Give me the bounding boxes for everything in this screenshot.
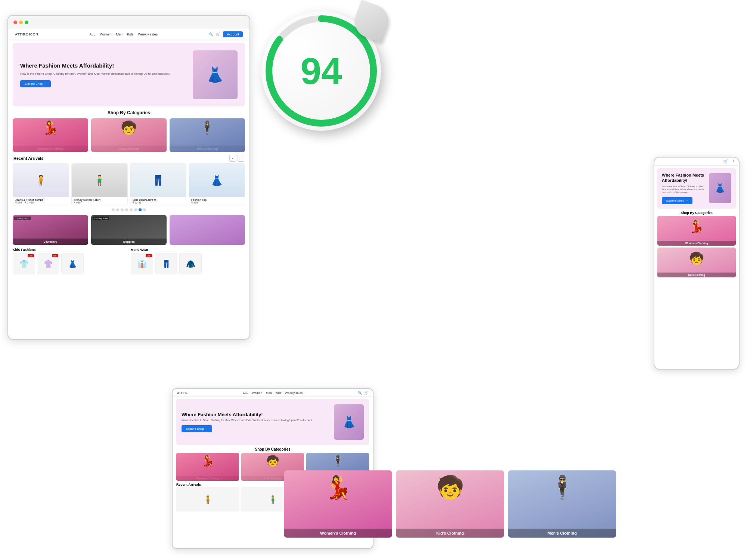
kids-prod-img-1: Sale! 👕	[13, 253, 35, 274]
kids-section: Kids Fashions Sale! 👕 Sale! 👚 👗	[13, 248, 127, 274]
search-icon[interactable]: 🔍	[209, 32, 213, 36]
cart-icon[interactable]: 🛒	[216, 32, 220, 36]
product-card-4[interactable]: 👗 Fashion Top ₹ 999	[189, 163, 245, 206]
nav-women[interactable]: Women	[100, 32, 112, 36]
bottom-sections: Kids Fashions Sale! 👕 Sale! 👚 👗	[8, 246, 249, 276]
mobile-cat-kids[interactable]: 🧒 Kids Clothing	[657, 248, 736, 277]
nav-all[interactable]: ALL	[90, 32, 96, 36]
mobile-kids-figure: 🧒	[689, 251, 704, 265]
minimize-dot[interactable]	[19, 21, 23, 24]
large-cat-men[interactable]: 🕴️ Men's Clothing	[508, 470, 616, 538]
large-women-label: Women's Clothing	[284, 529, 392, 538]
dot-5[interactable]	[130, 208, 133, 211]
category-kids[interactable]: 🧒 Kid's Clothing	[91, 118, 167, 152]
kids-prod-2[interactable]: Sale! 👚	[37, 253, 59, 274]
tab-nav-kids[interactable]: Kids	[275, 391, 281, 395]
large-cat-women[interactable]: 💃 Women's Clothing	[284, 470, 392, 538]
explore-button[interactable]: Explore Shop →	[20, 80, 51, 87]
large-kids-label: Kid's Clothing	[396, 529, 504, 538]
tab-nav-weekly[interactable]: Weekly sales	[285, 391, 303, 395]
category-women[interactable]: 💃 Women's Clothing	[13, 118, 88, 152]
product-img-3: 👖	[130, 164, 186, 197]
tablet-categories-title: Shop By Categories	[173, 447, 373, 451]
tablet-nav-icons: 🔍 🛒	[358, 391, 368, 395]
mobile-women-label: Women's Clothing	[657, 241, 736, 246]
nav-men[interactable]: Men	[116, 32, 123, 36]
large-women-figure: 💃	[324, 474, 352, 501]
mens-products: Sale! 👔 👖 🧥	[131, 253, 245, 274]
product-card-3[interactable]: 👖 Blue Denim-slim fit ₹ 1,499	[130, 163, 186, 206]
tablet-prod-1[interactable]: 🧍	[176, 487, 239, 511]
mens-prod-2[interactable]: 👖	[155, 253, 177, 274]
close-dot[interactable]	[13, 21, 17, 24]
mens-prod-img-1: Sale! 👔	[131, 253, 153, 274]
tablet-explore-button[interactable]: Explore Shop →	[182, 425, 212, 432]
product-card-1[interactable]: 🧍 Jeans & T-shirt combo ₹ 699 – ₹ 1,499	[13, 163, 69, 206]
tablet-hero-img: 👗	[334, 404, 364, 440]
recent-title: Recent Arrivals	[13, 156, 43, 161]
recent-header: Recent Arrivals ‹ ›	[8, 152, 249, 163]
large-men-figure: 🕴️	[548, 474, 576, 501]
prev-arrow[interactable]: ‹	[229, 155, 236, 162]
large-cat-kids[interactable]: 🧒 Kid's Clothing	[396, 470, 504, 538]
product-img-2: 🧍‍♂️	[72, 164, 127, 197]
kids-prod-img-3: 👗	[62, 253, 83, 274]
tab-nav-men[interactable]: Men	[266, 391, 272, 395]
dot-2[interactable]	[116, 208, 119, 211]
tablet-cart-icon[interactable]: 🛒	[364, 391, 368, 395]
coming-extra[interactable]	[170, 215, 245, 245]
coming-jewel[interactable]: Coming Soon Jewellary	[13, 215, 88, 245]
coming-soon-badge-jewel: Coming Soon	[14, 217, 31, 220]
mens-prod-3[interactable]: 🧥	[179, 253, 202, 274]
dot-8[interactable]	[143, 208, 146, 211]
nav-kids[interactable]: Kids	[127, 32, 134, 36]
mobile-menu-icon[interactable]: ⋮	[731, 159, 735, 164]
kids-prod-img-2: Sale! 👚	[37, 253, 59, 274]
kids-figure: 🧒	[91, 120, 167, 136]
mobile-hero: Where Fashion Meets Affordability! Now i…	[657, 168, 736, 209]
tab-nav-women[interactable]: Women	[252, 391, 262, 395]
mobile-cart-icon[interactable]: 🛒	[723, 159, 728, 164]
site-logo: ATTIRE ICON	[15, 32, 38, 36]
product-price-4: ₹ 999	[191, 201, 242, 204]
maximize-dot[interactable]	[25, 21, 28, 24]
site-nav: ATTIRE ICON ALL Women Men Kids Weekly sa…	[8, 29, 249, 40]
tablet-search-icon[interactable]: 🔍	[358, 391, 362, 395]
kids-prod-3[interactable]: 👗	[61, 253, 84, 274]
tablet-hero-text: Where Fashion Meets Affordability! Now i…	[182, 412, 330, 432]
tablet-cat-women[interactable]: 💃 Women's Clothing	[176, 453, 239, 481]
next-arrow[interactable]: ›	[238, 155, 244, 162]
dot-4[interactable]	[125, 208, 128, 211]
mobile-kids-label: Kids Clothing	[657, 273, 736, 277]
hero-image: 👗	[193, 50, 238, 99]
dot-1[interactable]	[112, 208, 115, 211]
product-card-2[interactable]: 🧍‍♂️ Trendy Cotton T-shirt ₹ 699	[71, 163, 128, 206]
coming-goggles[interactable]: Coming Soon Goggles	[91, 215, 167, 245]
mens-prod-1[interactable]: Sale! 👔	[131, 253, 153, 274]
hero-text: Where Fashion Meets Affordability! Now i…	[20, 62, 193, 87]
category-men[interactable]: 🕴️ Men's Clothing	[170, 118, 245, 152]
dot-3[interactable]	[121, 208, 124, 211]
tab-nav-all[interactable]: ALL	[243, 391, 248, 395]
kids-prod-1[interactable]: Sale! 👕	[13, 253, 35, 274]
product-name-2: Trendy Cotton T-shirt	[74, 199, 125, 201]
product-info-2: Trendy Cotton T-shirt ₹ 699	[72, 197, 127, 206]
tablet-hero-desc: Now is the time to Shop. Clothing for Me…	[182, 419, 330, 421]
kids-products: Sale! 👕 Sale! 👚 👗	[13, 253, 127, 274]
dot-7[interactable]	[139, 208, 142, 211]
sale-badge-1: Sale!	[28, 254, 34, 257]
product-price-1: ₹ 699 – ₹ 1,499	[15, 201, 66, 204]
women-figure: 💃	[13, 120, 88, 136]
mens-wear-title: Mens Wear	[131, 248, 245, 252]
products-row: 🧍 Jeans & T-shirt combo ₹ 699 – ₹ 1,499 …	[8, 163, 249, 206]
mens-prod-img-3: 🧥	[180, 253, 201, 274]
mobile-explore-button[interactable]: Explore Shop →	[662, 197, 692, 204]
product-price-3: ₹ 1,499	[133, 201, 184, 204]
mobile-cat-women[interactable]: 💃 Women's Clothing	[657, 216, 736, 246]
account-button[interactable]: Account	[223, 31, 243, 37]
nav-weekly[interactable]: Weekly sales	[138, 32, 158, 36]
categories-grid: 💃 Women's Clothing 🧒 Kid's Clothing 🕴️ M…	[8, 118, 249, 152]
dot-6[interactable]	[134, 208, 137, 211]
product-info-4: Fashion Top ₹ 999	[189, 197, 245, 206]
tablet-kids-figure: 🧒	[266, 455, 279, 467]
